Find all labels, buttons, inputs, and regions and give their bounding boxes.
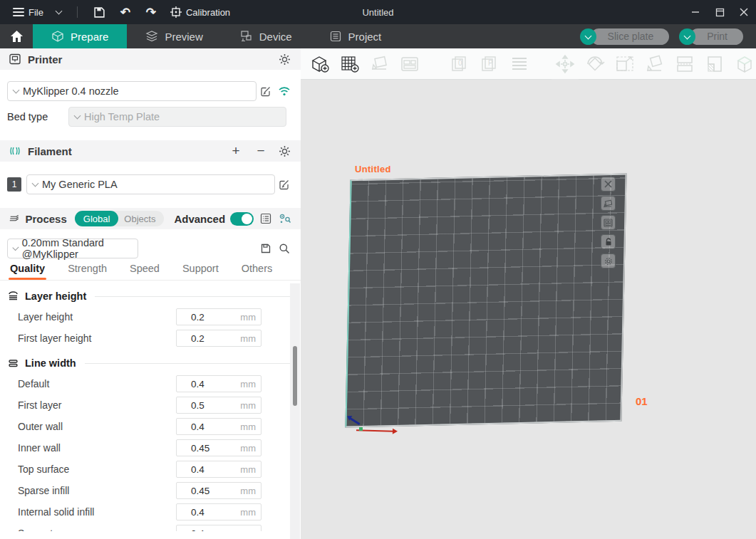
plate-name-label: Untitled [355, 164, 391, 174]
line-width-top-surface-input[interactable]: 0.4 mm [176, 461, 262, 478]
lock-plate-button[interactable] [601, 234, 616, 249]
scrollbar-thumb[interactable] [293, 346, 297, 406]
line-width-inner-wall-input[interactable]: 0.45 mm [176, 439, 262, 456]
tab-preview[interactable]: Preview [127, 24, 221, 48]
printer-icon [9, 53, 21, 66]
print-button[interactable]: Print [690, 28, 743, 45]
printer-settings-button[interactable] [276, 51, 292, 67]
tab-project[interactable]: Project [311, 24, 400, 48]
maximize-button[interactable] [708, 0, 732, 24]
process-tab-strength[interactable]: Strength [68, 263, 107, 280]
compare-presets-button[interactable] [259, 211, 273, 226]
add-filament-button[interactable]: + [227, 143, 245, 159]
layers-editing-button[interactable] [506, 51, 533, 78]
tab-device[interactable]: Device [222, 24, 311, 48]
parameter-wizard-button[interactable] [278, 211, 292, 226]
move-tool-button[interactable] [552, 48, 579, 80]
home-button[interactable] [0, 24, 33, 48]
delete-plate-button[interactable] [601, 177, 616, 192]
variable-layer-height-button[interactable] [701, 51, 728, 78]
line-width-internal-solid-input[interactable]: 0.4 mm [176, 503, 262, 520]
split-to-parts-button[interactable]: P [476, 51, 503, 78]
rotate-tool-button[interactable] [581, 51, 609, 78]
minimize-button[interactable] [683, 0, 708, 24]
color-paint-button[interactable] [731, 51, 756, 78]
process-tab-quality[interactable]: Quality [10, 263, 45, 280]
cut-tool-button[interactable] [671, 51, 698, 78]
slice-plate-dropdown[interactable] [580, 28, 596, 45]
printer-connection-button[interactable] [275, 86, 294, 97]
tab-prepare[interactable]: Prepare [33, 24, 127, 48]
bed-type-select[interactable]: High Temp Plate [68, 107, 286, 127]
arrange-button[interactable] [396, 51, 423, 78]
search-parameters-button[interactable] [275, 243, 294, 254]
filament-section-title: Filament [28, 145, 72, 157]
printer-section-title: Printer [28, 53, 62, 66]
undo-button[interactable]: ↶ [115, 3, 136, 21]
line-width-default-input[interactable]: 0.4 mm [176, 375, 262, 392]
line-width-outer-wall-input[interactable]: 0.4 mm [176, 418, 262, 435]
process-tab-others[interactable]: Others [242, 263, 273, 280]
redo-button[interactable]: ↷ [140, 3, 162, 21]
filament-preset-select[interactable]: My Generic PLA [26, 174, 275, 194]
add-plate-icon [340, 55, 360, 73]
param-row-partial: Support 0.4 [0, 523, 301, 531]
plate-tool-stack [601, 177, 616, 268]
param-value: 0.4 [177, 379, 204, 389]
param-unit: mm [240, 507, 256, 518]
tab-prepare-label: Prepare [71, 31, 108, 43]
close-button[interactable] [732, 0, 756, 24]
printer-section-header: Printer [0, 48, 301, 70]
process-preset-select[interactable]: 0.20mm Standard @MyKlipper [7, 239, 138, 258]
tab-device-label: Device [259, 31, 292, 43]
param-value: 0.4 [177, 528, 204, 532]
split-to-objects-button[interactable]: 0 [446, 51, 473, 78]
sidebar-scrollbar[interactable] [290, 283, 300, 539]
orient-plate-button[interactable] [601, 196, 616, 211]
process-tab-speed[interactable]: Speed [130, 263, 160, 280]
scope-objects-button[interactable]: Objects [118, 214, 164, 224]
plate-settings-button[interactable] [601, 253, 616, 268]
first-layer-height-input[interactable]: 0.2 mm [176, 330, 262, 347]
plate-number-label: 01 [636, 395, 648, 407]
slice-plate-button[interactable]: Slice plate [591, 28, 670, 45]
param-value: 0.45 [177, 443, 209, 454]
param-label: First layer height [18, 333, 176, 344]
param-label: Default [18, 378, 176, 389]
line-width-sparse-infill-input[interactable]: 0.45 mm [176, 482, 262, 499]
redo-icon: ↷ [146, 6, 156, 19]
toolbar-divider [77, 6, 78, 18]
save-preset-button[interactable] [257, 243, 275, 254]
layer-height-group-title: Layer height [0, 286, 301, 306]
add-plate-button[interactable] [336, 51, 363, 78]
save-button[interactable] [89, 3, 110, 21]
print-dropdown[interactable] [679, 28, 695, 45]
build-plate[interactable] [345, 173, 626, 427]
layer-height-input[interactable]: 0.2 mm [176, 308, 262, 325]
auto-orient-button[interactable] [366, 51, 393, 78]
viewport-3d[interactable]: 0 P [301, 48, 756, 539]
scope-global-button[interactable]: Global [75, 211, 119, 226]
device-icon [240, 30, 253, 43]
file-menu[interactable]: File [9, 7, 48, 18]
edit-printer-button[interactable] [257, 85, 275, 97]
line-width-first-layer-input[interactable]: 0.5 mm [176, 397, 262, 414]
file-menu-dropdown[interactable] [52, 11, 66, 14]
filament-settings-button[interactable] [276, 143, 292, 159]
calibration-button[interactable]: Calibration [166, 6, 234, 18]
origin-marker [359, 427, 363, 431]
edit-filament-button[interactable] [275, 179, 294, 190]
add-object-button[interactable] [306, 51, 333, 78]
param-value: 0.4 [177, 422, 204, 432]
lay-on-face-button[interactable] [641, 51, 668, 78]
scale-tool-button[interactable] [611, 51, 638, 78]
remove-filament-button[interactable]: − [252, 143, 270, 159]
arrange-plate-button[interactable] [601, 215, 616, 230]
process-tab-support[interactable]: Support [182, 263, 219, 280]
param-row: Default 0.4 mm [0, 373, 301, 394]
line-width-support-input[interactable]: 0.4 [176, 525, 262, 531]
advanced-toggle[interactable] [230, 212, 254, 226]
param-label: Inner wall [18, 442, 176, 454]
printer-preset-select[interactable]: MyKlipper 0.4 nozzle [7, 81, 257, 101]
auto-orient-icon [370, 55, 390, 73]
